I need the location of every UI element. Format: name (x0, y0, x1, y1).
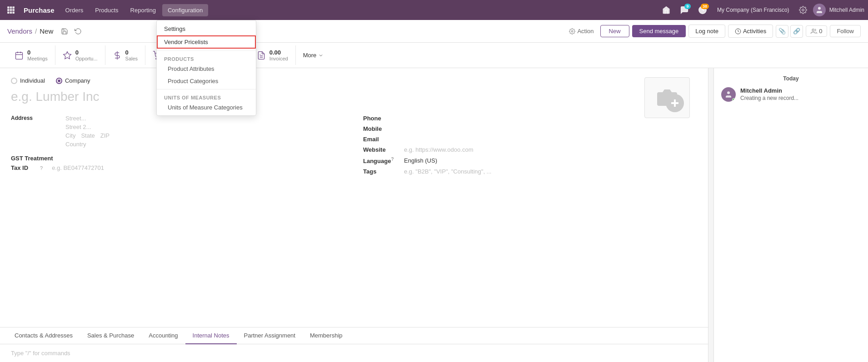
sales-info: 0 Sales (125, 49, 138, 61)
gst-section: GST Treatment Tax ID ? e.g. BE0477472701 (11, 155, 345, 171)
street-input[interactable]: Street... (65, 115, 110, 122)
tax-id-help-icon[interactable]: ? (40, 165, 43, 171)
user-avatar[interactable] (813, 4, 826, 16)
tax-id-input[interactable]: e.g. BE0477472701 (52, 164, 104, 171)
svg-point-13 (812, 29, 814, 31)
language-help-icon[interactable]: ? (391, 157, 394, 162)
zip-input[interactable]: ZIP (100, 132, 110, 139)
sales-label: Sales (125, 56, 138, 61)
country-input[interactable]: Country (65, 141, 110, 148)
stat-meetings[interactable]: 0 Meetings (7, 45, 55, 65)
address-inputs: Street... Street 2... City State ZIP Cou… (65, 115, 110, 148)
individual-radio-circle (11, 78, 17, 84)
address-contact-row: Address Street... Street 2... City State… (11, 115, 697, 179)
tags-row: Tags e.g. "B2B", "VIP", "Consulting", ..… (363, 168, 697, 175)
top-navbar: Purchase Orders Products Reporting Confi… (0, 0, 868, 20)
chatter-icons: 📎 🔗 (776, 25, 803, 38)
follow-button[interactable]: Follow (830, 25, 861, 37)
company-radio[interactable]: Company (56, 77, 90, 84)
chat-icon-btn[interactable]: 9 (677, 3, 692, 17)
gst-title: GST Treatment (11, 155, 345, 162)
website-label: Website (363, 146, 404, 153)
opportu-info: 0 Opportu... (75, 49, 98, 61)
tabs-bar: Contacts & Addresses Sales & Purchase Ac… (0, 327, 708, 344)
breadcrumb-icons (59, 25, 84, 37)
link-icon-btn[interactable]: 🔗 (790, 25, 803, 38)
calendar-icon (15, 51, 24, 60)
vendor-photo-upload[interactable] (644, 77, 690, 118)
app-name[interactable]: Purchase (20, 6, 58, 14)
configuration-dropdown: Settings Vendor Pricelists Products Prod… (156, 20, 256, 116)
new-button[interactable]: New (600, 25, 629, 37)
city-input[interactable]: City (65, 132, 75, 139)
notes-placeholder[interactable]: Type "/" for commands (11, 350, 70, 357)
tab-internal-notes[interactable]: Internal Notes (185, 327, 237, 344)
mobile-row: Mobile (363, 125, 697, 132)
individual-radio[interactable]: Individual (11, 77, 45, 84)
company-radio-circle (56, 78, 62, 84)
admin-name[interactable]: Mitchell Admin (829, 7, 864, 13)
more-label: More (303, 52, 317, 59)
form-area: Individual Company e.g. Lumber Inc Addre… (0, 68, 708, 362)
discard-icon[interactable] (72, 25, 84, 37)
website-input[interactable]: e.g. https://www.odoo.com (404, 146, 473, 153)
dropdown-divider-1 (157, 50, 256, 51)
tags-label: Tags (363, 168, 404, 175)
followers-button[interactable]: 0 (806, 25, 827, 37)
more-stats-button[interactable]: More (296, 48, 331, 62)
tab-accounting[interactable]: Accounting (141, 327, 185, 344)
app-grid-icon[interactable] (4, 3, 18, 17)
tab-membership[interactable]: Membership (303, 327, 350, 344)
dollar-icon (113, 51, 122, 60)
breadcrumb-current: New (40, 27, 53, 35)
svg-rect-6 (7, 11, 10, 14)
invoice-icon (257, 51, 266, 60)
svg-marker-18 (63, 51, 71, 59)
language-value[interactable]: English (US) (404, 157, 437, 164)
attachment-icon-btn[interactable]: 📎 (776, 25, 788, 38)
nav-configuration[interactable]: Configuration (162, 4, 208, 16)
dropdown-product-attributes[interactable]: Product Attributes (157, 63, 256, 75)
main-layout: Individual Company e.g. Lumber Inc Addre… (0, 68, 868, 362)
svg-rect-1 (10, 6, 12, 9)
street2-input[interactable]: Street 2... (65, 124, 110, 130)
nav-products[interactable]: Products (90, 4, 124, 16)
dropdown-units-categories[interactable]: Units of Measure Categories (157, 101, 256, 114)
action-button[interactable]: Action (565, 26, 597, 36)
tab-sales-purchase[interactable]: Sales & Purchase (80, 327, 141, 344)
state-input[interactable]: State (81, 132, 95, 139)
tab-partner-assignment[interactable]: Partner Assignment (237, 327, 303, 344)
svg-point-10 (818, 7, 821, 10)
invoiced-label: Invoiced (269, 56, 288, 61)
breadcrumb-parent[interactable]: Vendors (7, 27, 32, 35)
language-row: Language? English (US) (363, 157, 697, 164)
stat-sales[interactable]: 0 Sales (105, 45, 146, 65)
company-name-input[interactable]: e.g. Lumber Inc (11, 89, 697, 104)
tags-input[interactable]: e.g. "B2B", "VIP", "Consulting", ... (404, 168, 491, 175)
chatter-message: Mitchell Admin Creating a new record... (721, 87, 861, 102)
dropdown-vendor-pricelists[interactable]: Vendor Pricelists (157, 35, 256, 49)
company-name[interactable]: My Company (San Francisco) (713, 7, 793, 13)
nav-reporting[interactable]: Reporting (125, 4, 161, 16)
nav-orders[interactable]: Orders (60, 4, 89, 16)
log-note-button[interactable]: Log note (688, 25, 725, 38)
stat-opportunities[interactable]: 0 Opportu... (55, 45, 105, 65)
dropdown-product-categories[interactable]: Product Categories (157, 75, 256, 87)
send-message-button[interactable]: Send message (632, 25, 686, 37)
cloud-save-icon[interactable] (59, 25, 70, 37)
action-label: Action (577, 28, 594, 35)
dropdown-divider-2 (157, 89, 256, 89)
settings-tool-icon[interactable] (797, 4, 809, 16)
home-icon-btn[interactable] (659, 3, 673, 17)
activities-button[interactable]: Activities (728, 25, 773, 38)
clock-icon-btn[interactable]: 38 (695, 3, 710, 17)
svg-rect-7 (10, 11, 12, 14)
phone-label: Phone (363, 115, 404, 122)
star-icon (63, 51, 72, 60)
dropdown-settings[interactable]: Settings (157, 22, 256, 35)
nav-links: Orders Products Reporting Configuration (60, 4, 209, 16)
tab-contacts-addresses[interactable]: Contacts & Addresses (7, 327, 80, 344)
avatar-status-dot (732, 98, 736, 102)
scroll-track[interactable] (708, 68, 713, 362)
breadcrumb: Vendors / New (7, 27, 53, 35)
